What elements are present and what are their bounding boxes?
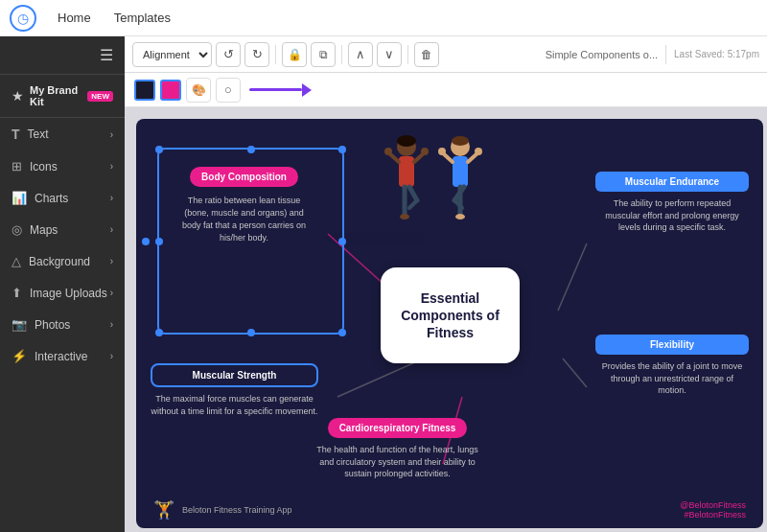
sidebar-item-interactive[interactable]: ⚡ Interactive ›	[0, 340, 125, 372]
mindmap-container[interactable]: Body Composition The ratio between lean …	[136, 119, 763, 528]
chevron-icon-interactive: ›	[110, 351, 113, 361]
handle-mr	[338, 238, 346, 245]
send-backward-button[interactable]: ∨	[377, 42, 402, 67]
selection-box	[157, 148, 344, 335]
yoga-figures	[381, 133, 486, 224]
color-toolbar: 🎨 ○	[125, 73, 767, 107]
chevron-icon-maps: ›	[110, 224, 113, 235]
svg-point-6	[397, 135, 416, 147]
hamburger-icon[interactable]: ☰	[100, 46, 113, 64]
svg-rect-7	[399, 156, 414, 187]
maps-label: Maps	[30, 223, 58, 237]
svg-line-3	[337, 359, 424, 397]
handle-left-mid	[142, 238, 150, 245]
svg-line-14	[409, 200, 417, 208]
background-label: Background	[29, 255, 90, 268]
brand-star-icon: ★	[12, 88, 24, 104]
chevron-icon-bg: ›	[110, 256, 113, 266]
dumbbell-icon: 🏋	[153, 499, 174, 520]
flexibility-node[interactable]: Flexibility Provides the ability of a jo…	[595, 335, 749, 397]
doc-name: Simple Components o...	[546, 49, 658, 60]
svg-point-15	[400, 214, 409, 220]
undo-button[interactable]: ↺	[216, 42, 241, 67]
maps-icon: ◎	[12, 222, 22, 237]
handle-tm	[247, 146, 255, 153]
sidebar-item-background[interactable]: △ Background ›	[0, 245, 125, 277]
chevron-icon-icons: ›	[110, 161, 113, 172]
map-footer: 🏋 Beloton Fitness Training App @BelotonF…	[153, 499, 746, 520]
main-toolbar: Alignment ↺ ↻ 🔒 ⧉ ∧ ∨ 🗑 Simple Component…	[125, 36, 767, 73]
alignment-select[interactable]: Alignment	[132, 42, 212, 67]
brand-label: My Brand Kit	[30, 84, 81, 107]
upload-icon: ⬆	[12, 286, 22, 300]
interactive-icon: ⚡	[12, 349, 27, 363]
bring-forward-button[interactable]: ∧	[348, 42, 373, 67]
text-label: Text	[28, 127, 49, 141]
center-node[interactable]: Essential Components of Fitness	[381, 267, 520, 363]
muscular-strength-desc: The maximal force muscles can generate w…	[151, 393, 318, 417]
lock-button[interactable]: 🔒	[282, 42, 307, 67]
nav-templates[interactable]: Templates	[103, 0, 182, 36]
interactive-label: Interactive	[35, 350, 87, 363]
center-title: Essential Components of Fitness	[392, 289, 508, 342]
chevron-icon-uploads: ›	[110, 288, 113, 298]
handle-tl	[155, 146, 163, 153]
svg-rect-18	[453, 156, 468, 187]
sidebar-item-text[interactable]: T Text ›	[0, 118, 125, 150]
app-header: ◷ Home Templates	[0, 0, 767, 36]
app-logo: ◷	[10, 5, 36, 32]
muscular-endurance-desc: The ability to perform repeated muscular…	[595, 197, 749, 234]
flexibility-title: Flexibility	[595, 335, 749, 355]
brand-new-badge: new	[87, 91, 113, 102]
delete-button[interactable]: 🗑	[414, 42, 439, 67]
text-icon: T	[12, 127, 20, 142]
last-saved: Last Saved: 5:17pm	[674, 49, 759, 59]
svg-point-17	[452, 136, 469, 146]
chevron-icon-charts: ›	[110, 193, 113, 203]
sidebar-item-photos[interactable]: 📷 Photos ›	[0, 309, 125, 340]
svg-point-21	[438, 148, 446, 155]
svg-point-10	[384, 148, 392, 155]
sidebar-item-image-uploads[interactable]: ⬆ Image Uploads ›	[0, 277, 125, 309]
sidebar-item-icons[interactable]: ⊞ Icons ›	[0, 150, 125, 182]
figure-2	[433, 133, 486, 224]
icons-label: Icons	[30, 160, 58, 173]
flexibility-desc: Provides the ability of a joint to move …	[595, 360, 749, 397]
photos-label: Photos	[35, 318, 70, 332]
handle-ml	[155, 238, 163, 245]
charts-icon: 📊	[12, 191, 27, 205]
sidebar-brand[interactable]: ★ My Brand Kit new	[0, 75, 125, 118]
charts-label: Charts	[35, 192, 68, 205]
background-icon: △	[12, 254, 21, 268]
muscular-strength-node[interactable]: Muscular Strength The maximal force musc…	[151, 363, 318, 417]
muscular-endurance-node[interactable]: Muscular Endurance The ability to perfor…	[595, 172, 749, 234]
redo-button[interactable]: ↻	[244, 42, 269, 67]
uploads-label: Image Uploads	[30, 287, 107, 300]
chevron-icon-text: ›	[110, 129, 113, 140]
canvas: Body Composition The ratio between lean …	[125, 107, 767, 532]
muscular-strength-title: Muscular Strength	[151, 363, 318, 387]
cardiorespiratory-node[interactable]: Cardiorespiratory Fitness The health and…	[314, 418, 481, 480]
handle-tr	[338, 146, 346, 153]
circle-tool-button[interactable]: ○	[216, 78, 241, 103]
svg-line-13	[409, 187, 417, 200]
arrow-tool[interactable]	[249, 83, 312, 97]
cardiorespiratory-title: Cardiorespiratory Fitness	[328, 418, 468, 438]
svg-point-26	[455, 214, 465, 220]
sidebar-header: ☰	[0, 36, 125, 75]
handle-bm	[247, 329, 255, 336]
pink-swatch[interactable]	[160, 80, 181, 101]
svg-point-22	[475, 148, 482, 155]
copy-button[interactable]: ⧉	[311, 42, 336, 67]
cardiorespiratory-desc: The health and function of the heart, lu…	[314, 444, 481, 480]
paint-bucket-button[interactable]: 🎨	[186, 78, 211, 103]
svg-point-11	[421, 148, 429, 155]
icons-icon: ⊞	[12, 159, 22, 173]
sidebar-item-charts[interactable]: 📊 Charts ›	[0, 182, 125, 214]
sidebar-item-maps[interactable]: ◎ Maps ›	[0, 214, 125, 245]
dark-swatch[interactable]	[134, 80, 155, 101]
nav-home[interactable]: Home	[46, 0, 103, 36]
chevron-icon-photos: ›	[110, 319, 113, 330]
handle-bl	[155, 329, 163, 336]
figure-1	[381, 133, 433, 224]
